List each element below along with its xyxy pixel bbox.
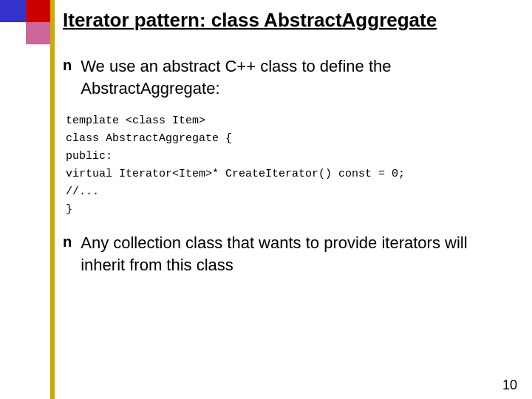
bullet-2-line1: Any collection class that wants to provi… xyxy=(81,233,467,252)
bullet-marker-1: n xyxy=(63,57,72,74)
bullet-1-text: We use an abstract C++ class to define t… xyxy=(81,55,391,99)
corner-decoration xyxy=(0,0,52,44)
bullet-marker-2: n xyxy=(63,233,72,250)
code-line-3: public: xyxy=(66,148,517,166)
slide-content: n We use an abstract C++ class to define… xyxy=(63,55,517,384)
code-line-6: } xyxy=(66,201,517,219)
bullet-1-line2: AbstractAggregate: xyxy=(81,79,219,98)
bullet-1-line1: We use an abstract C++ class to define t… xyxy=(81,57,391,75)
page-number: 10 xyxy=(502,378,517,393)
code-block: template <class Item> class AbstractAggr… xyxy=(63,112,517,219)
left-bar xyxy=(50,0,55,399)
bullet-2: n Any collection class that wants to pro… xyxy=(63,232,517,276)
square-blue xyxy=(0,0,26,22)
bullet-2-line2: inherit from this class xyxy=(81,256,233,274)
code-line-1: template <class Item> xyxy=(66,112,517,130)
code-line-2: class AbstractAggregate { xyxy=(66,130,517,148)
square-pink xyxy=(26,22,52,44)
code-line-5: //... xyxy=(66,183,517,201)
slide-title: Iterator pattern: class AbstractAggregat… xyxy=(63,9,525,32)
code-line-4: virtual Iterator<Item>* CreateIterator()… xyxy=(66,166,517,183)
square-red xyxy=(26,0,52,22)
bullet-1: n We use an abstract C++ class to define… xyxy=(63,55,517,99)
bullet-2-text: Any collection class that wants to provi… xyxy=(81,232,467,276)
